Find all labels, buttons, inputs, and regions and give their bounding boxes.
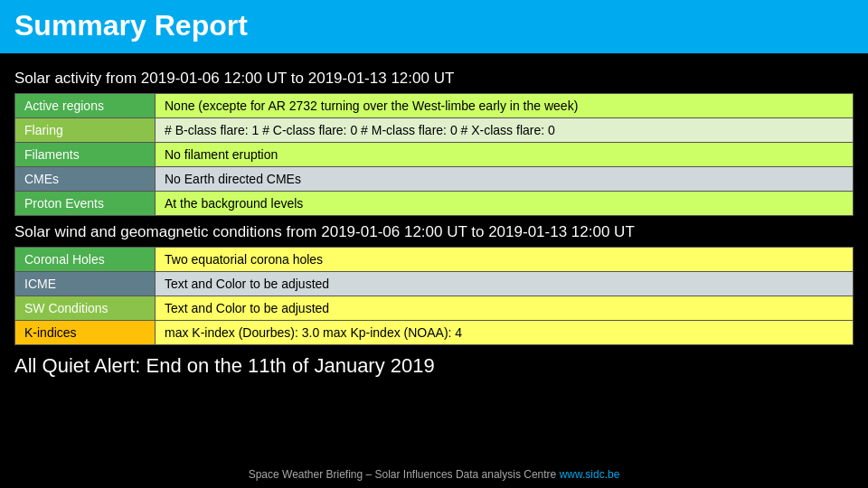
filaments-label: Filaments	[15, 143, 156, 167]
proton-events-value: At the background levels	[156, 192, 854, 216]
table-row: CMEs No Earth directed CMEs	[15, 167, 854, 192]
footer-link[interactable]: www.sidc.be	[560, 468, 620, 481]
quiet-alert: All Quiet Alert: End on the 11th of Janu…	[14, 354, 854, 378]
table-row: Proton Events At the background levels	[15, 192, 854, 216]
main-content: Solar activity from 2019-01-06 12:00 UT …	[0, 53, 868, 387]
table-row: Active regions None (excepte for AR 2732…	[15, 94, 854, 118]
proton-events-label: Proton Events	[15, 192, 156, 216]
table-row: ICME Text and Color to be adjusted	[15, 272, 854, 296]
sw-conditions-label: SW Conditions	[15, 296, 156, 321]
coronal-holes-label: Coronal Holes	[15, 248, 156, 272]
table-row: K-indices max K-index (Dourbes): 3.0 max…	[15, 321, 854, 345]
solar-activity-table: Active regions None (excepte for AR 2732…	[14, 93, 854, 216]
table-row: Filaments No filament eruption	[15, 143, 854, 167]
icme-label: ICME	[15, 272, 156, 296]
k-indices-value: max K-index (Dourbes): 3.0 max Kp-index …	[156, 321, 854, 345]
footer: Space Weather Briefing – Solar Influence…	[0, 468, 868, 481]
page-title: Summary Report	[14, 9, 854, 42]
footer-text: Space Weather Briefing – Solar Influence…	[249, 468, 560, 481]
solar-activity-title: Solar activity from 2019-01-06 12:00 UT …	[14, 70, 854, 88]
k-indices-label: K-indices	[15, 321, 156, 345]
cmes-value: No Earth directed CMEs	[156, 167, 854, 192]
flaring-value: # B-class flare: 1 # C-class flare: 0 # …	[156, 118, 854, 143]
solar-wind-table: Coronal Holes Two equatorial corona hole…	[14, 247, 854, 345]
header: Summary Report	[0, 0, 868, 53]
solar-wind-title: Solar wind and geomagnetic conditions fr…	[14, 223, 854, 241]
sw-conditions-value: Text and Color to be adjusted	[156, 296, 854, 321]
table-row: Flaring # B-class flare: 1 # C-class fla…	[15, 118, 854, 143]
active-regions-label: Active regions	[15, 94, 156, 118]
flaring-label: Flaring	[15, 118, 156, 143]
table-row: SW Conditions Text and Color to be adjus…	[15, 296, 854, 321]
icme-value: Text and Color to be adjusted	[156, 272, 854, 296]
cmes-label: CMEs	[15, 167, 156, 192]
filaments-value: No filament eruption	[156, 143, 854, 167]
coronal-holes-value: Two equatorial corona holes	[156, 248, 854, 272]
table-row: Coronal Holes Two equatorial corona hole…	[15, 248, 854, 272]
active-regions-value: None (excepte for AR 2732 turning over t…	[156, 94, 854, 118]
